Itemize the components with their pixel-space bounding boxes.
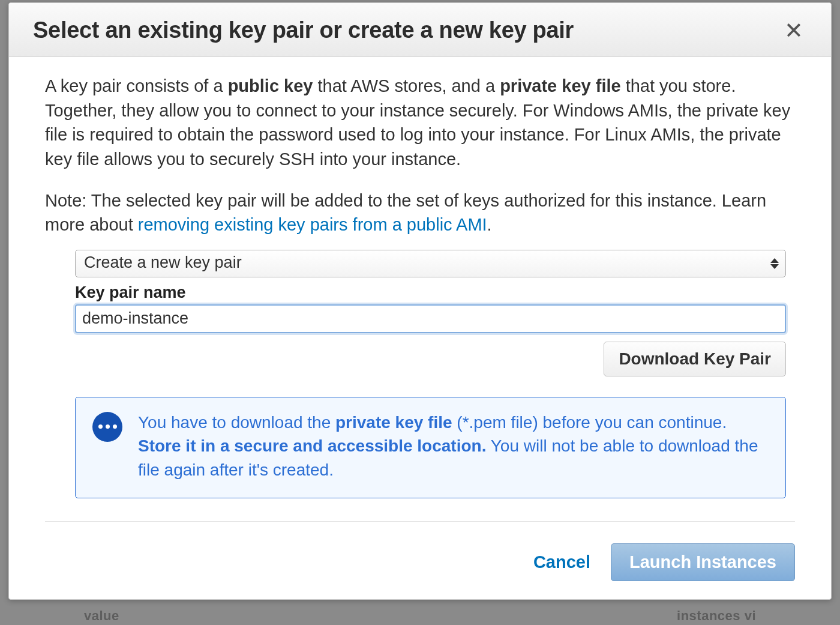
keypair-mode-select-wrap: Create a new key pair [75, 250, 786, 277]
close-icon[interactable]: ✕ [781, 19, 807, 42]
modal-header: Select an existing key pair or create a … [9, 3, 831, 57]
info-text-part: You have to download the [138, 413, 335, 432]
info-icon [92, 412, 122, 442]
desc-bold-privatekeyfile: private key file [500, 76, 621, 95]
modal-backdrop: Select an existing key pair or create a … [0, 0, 840, 625]
dot-icon [98, 424, 103, 429]
remove-keypairs-link[interactable]: removing existing key pairs from a publi… [138, 215, 487, 234]
dot-icon [106, 424, 110, 429]
info-text: You have to download the private key fil… [138, 411, 769, 482]
download-row: Download Key Pair [75, 342, 786, 376]
cancel-button[interactable]: Cancel [530, 549, 594, 576]
launch-instances-button[interactable]: Launch Instances [611, 543, 795, 581]
keypair-name-label: Key pair name [75, 283, 786, 302]
modal-body: A key pair consists of a public key that… [9, 57, 831, 533]
footer-divider [45, 521, 795, 522]
keypair-note: Note: The selected key pair will be adde… [45, 189, 795, 236]
desc-text: A key pair consists of a [45, 76, 228, 95]
info-bold-privatekeyfile: private key file [335, 413, 452, 432]
modal-title: Select an existing key pair or create a … [33, 17, 574, 43]
modal-footer: Cancel Launch Instances [9, 533, 831, 599]
keypair-form: Create a new key pair Key pair name Down… [75, 250, 786, 498]
info-bold-storesecure: Store it in a secure and accessible loca… [138, 436, 486, 455]
info-callout: You have to download the private key fil… [75, 397, 786, 498]
note-suffix: . [487, 215, 492, 234]
info-text-part: (*.pem file) before you can continue. [452, 413, 727, 432]
desc-text: that AWS stores, and a [313, 76, 500, 95]
keypair-description: A key pair consists of a public key that… [45, 74, 795, 171]
keypair-modal: Select an existing key pair or create a … [8, 2, 832, 600]
desc-bold-publickey: public key [228, 76, 313, 95]
dot-icon [113, 424, 117, 429]
download-keypair-button[interactable]: Download Key Pair [604, 342, 786, 376]
keypair-mode-select[interactable]: Create a new key pair [75, 250, 786, 277]
keypair-name-input[interactable] [75, 304, 786, 333]
